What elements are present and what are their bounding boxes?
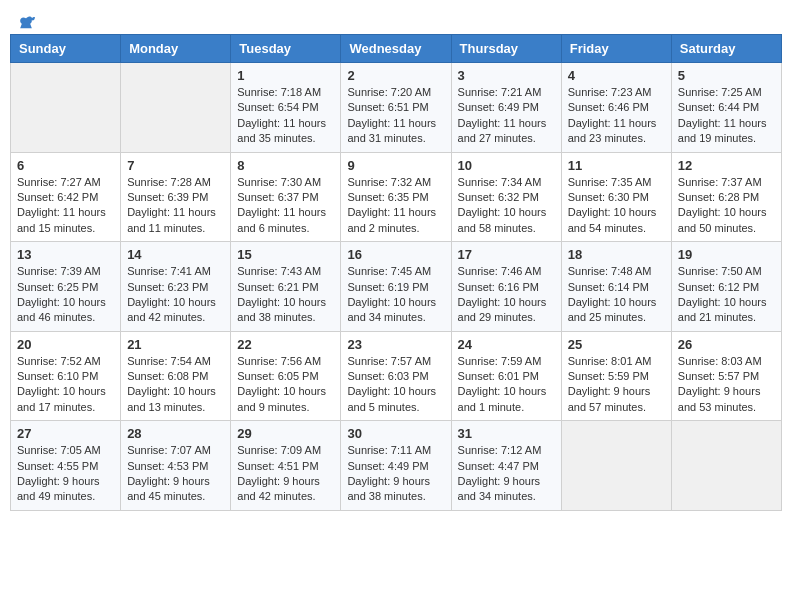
calendar-header-row: SundayMondayTuesdayWednesdayThursdayFrid… <box>11 35 782 63</box>
day-info: Sunrise: 7:34 AM Sunset: 6:32 PM Dayligh… <box>458 175 555 237</box>
day-info: Sunrise: 7:52 AM Sunset: 6:10 PM Dayligh… <box>17 354 114 416</box>
weekday-header-saturday: Saturday <box>671 35 781 63</box>
day-number: 28 <box>127 426 224 441</box>
day-number: 13 <box>17 247 114 262</box>
day-number: 10 <box>458 158 555 173</box>
day-info: Sunrise: 7:27 AM Sunset: 6:42 PM Dayligh… <box>17 175 114 237</box>
calendar-cell: 1Sunrise: 7:18 AM Sunset: 6:54 PM Daylig… <box>231 63 341 153</box>
day-number: 18 <box>568 247 665 262</box>
calendar-cell <box>671 421 781 511</box>
calendar-cell: 31Sunrise: 7:12 AM Sunset: 4:47 PM Dayli… <box>451 421 561 511</box>
calendar-cell: 30Sunrise: 7:11 AM Sunset: 4:49 PM Dayli… <box>341 421 451 511</box>
day-info: Sunrise: 7:56 AM Sunset: 6:05 PM Dayligh… <box>237 354 334 416</box>
calendar-cell: 13Sunrise: 7:39 AM Sunset: 6:25 PM Dayli… <box>11 242 121 332</box>
calendar-cell: 24Sunrise: 7:59 AM Sunset: 6:01 PM Dayli… <box>451 331 561 421</box>
weekday-header-wednesday: Wednesday <box>341 35 451 63</box>
calendar-cell: 25Sunrise: 8:01 AM Sunset: 5:59 PM Dayli… <box>561 331 671 421</box>
day-number: 2 <box>347 68 444 83</box>
day-info: Sunrise: 7:21 AM Sunset: 6:49 PM Dayligh… <box>458 85 555 147</box>
calendar-week-row: 27Sunrise: 7:05 AM Sunset: 4:55 PM Dayli… <box>11 421 782 511</box>
day-number: 12 <box>678 158 775 173</box>
calendar-cell <box>11 63 121 153</box>
day-number: 5 <box>678 68 775 83</box>
logo-bird-icon <box>16 10 36 30</box>
weekday-header-tuesday: Tuesday <box>231 35 341 63</box>
calendar-week-row: 6Sunrise: 7:27 AM Sunset: 6:42 PM Daylig… <box>11 152 782 242</box>
day-info: Sunrise: 7:43 AM Sunset: 6:21 PM Dayligh… <box>237 264 334 326</box>
calendar-cell: 9Sunrise: 7:32 AM Sunset: 6:35 PM Daylig… <box>341 152 451 242</box>
day-info: Sunrise: 7:11 AM Sunset: 4:49 PM Dayligh… <box>347 443 444 505</box>
calendar-cell: 19Sunrise: 7:50 AM Sunset: 6:12 PM Dayli… <box>671 242 781 332</box>
day-number: 25 <box>568 337 665 352</box>
calendar-cell: 15Sunrise: 7:43 AM Sunset: 6:21 PM Dayli… <box>231 242 341 332</box>
day-info: Sunrise: 7:54 AM Sunset: 6:08 PM Dayligh… <box>127 354 224 416</box>
day-number: 7 <box>127 158 224 173</box>
calendar-cell: 8Sunrise: 7:30 AM Sunset: 6:37 PM Daylig… <box>231 152 341 242</box>
day-info: Sunrise: 8:01 AM Sunset: 5:59 PM Dayligh… <box>568 354 665 416</box>
day-info: Sunrise: 7:37 AM Sunset: 6:28 PM Dayligh… <box>678 175 775 237</box>
day-number: 21 <box>127 337 224 352</box>
day-info: Sunrise: 7:57 AM Sunset: 6:03 PM Dayligh… <box>347 354 444 416</box>
weekday-header-thursday: Thursday <box>451 35 561 63</box>
calendar-cell: 20Sunrise: 7:52 AM Sunset: 6:10 PM Dayli… <box>11 331 121 421</box>
weekday-header-monday: Monday <box>121 35 231 63</box>
calendar-cell: 5Sunrise: 7:25 AM Sunset: 6:44 PM Daylig… <box>671 63 781 153</box>
weekday-header-friday: Friday <box>561 35 671 63</box>
day-number: 8 <box>237 158 334 173</box>
calendar-cell: 7Sunrise: 7:28 AM Sunset: 6:39 PM Daylig… <box>121 152 231 242</box>
calendar-week-row: 13Sunrise: 7:39 AM Sunset: 6:25 PM Dayli… <box>11 242 782 332</box>
day-info: Sunrise: 7:32 AM Sunset: 6:35 PM Dayligh… <box>347 175 444 237</box>
day-info: Sunrise: 7:25 AM Sunset: 6:44 PM Dayligh… <box>678 85 775 147</box>
day-info: Sunrise: 8:03 AM Sunset: 5:57 PM Dayligh… <box>678 354 775 416</box>
calendar-cell: 10Sunrise: 7:34 AM Sunset: 6:32 PM Dayli… <box>451 152 561 242</box>
day-info: Sunrise: 7:50 AM Sunset: 6:12 PM Dayligh… <box>678 264 775 326</box>
day-info: Sunrise: 7:59 AM Sunset: 6:01 PM Dayligh… <box>458 354 555 416</box>
day-number: 17 <box>458 247 555 262</box>
calendar-cell: 18Sunrise: 7:48 AM Sunset: 6:14 PM Dayli… <box>561 242 671 332</box>
calendar-cell: 22Sunrise: 7:56 AM Sunset: 6:05 PM Dayli… <box>231 331 341 421</box>
calendar-cell: 23Sunrise: 7:57 AM Sunset: 6:03 PM Dayli… <box>341 331 451 421</box>
day-number: 9 <box>347 158 444 173</box>
day-info: Sunrise: 7:48 AM Sunset: 6:14 PM Dayligh… <box>568 264 665 326</box>
calendar-cell: 16Sunrise: 7:45 AM Sunset: 6:19 PM Dayli… <box>341 242 451 332</box>
day-number: 29 <box>237 426 334 441</box>
day-info: Sunrise: 7:18 AM Sunset: 6:54 PM Dayligh… <box>237 85 334 147</box>
day-info: Sunrise: 7:45 AM Sunset: 6:19 PM Dayligh… <box>347 264 444 326</box>
day-number: 11 <box>568 158 665 173</box>
day-number: 23 <box>347 337 444 352</box>
weekday-header-sunday: Sunday <box>11 35 121 63</box>
day-number: 20 <box>17 337 114 352</box>
calendar-cell: 26Sunrise: 8:03 AM Sunset: 5:57 PM Dayli… <box>671 331 781 421</box>
day-info: Sunrise: 7:39 AM Sunset: 6:25 PM Dayligh… <box>17 264 114 326</box>
calendar-cell: 14Sunrise: 7:41 AM Sunset: 6:23 PM Dayli… <box>121 242 231 332</box>
calendar-cell <box>561 421 671 511</box>
day-number: 26 <box>678 337 775 352</box>
calendar-week-row: 1Sunrise: 7:18 AM Sunset: 6:54 PM Daylig… <box>11 63 782 153</box>
day-number: 27 <box>17 426 114 441</box>
calendar-table: SundayMondayTuesdayWednesdayThursdayFrid… <box>10 34 782 511</box>
calendar-cell: 29Sunrise: 7:09 AM Sunset: 4:51 PM Dayli… <box>231 421 341 511</box>
calendar-week-row: 20Sunrise: 7:52 AM Sunset: 6:10 PM Dayli… <box>11 331 782 421</box>
day-info: Sunrise: 7:09 AM Sunset: 4:51 PM Dayligh… <box>237 443 334 505</box>
calendar-cell: 27Sunrise: 7:05 AM Sunset: 4:55 PM Dayli… <box>11 421 121 511</box>
day-info: Sunrise: 7:35 AM Sunset: 6:30 PM Dayligh… <box>568 175 665 237</box>
day-info: Sunrise: 7:23 AM Sunset: 6:46 PM Dayligh… <box>568 85 665 147</box>
day-number: 24 <box>458 337 555 352</box>
day-number: 31 <box>458 426 555 441</box>
day-number: 19 <box>678 247 775 262</box>
calendar-cell: 2Sunrise: 7:20 AM Sunset: 6:51 PM Daylig… <box>341 63 451 153</box>
day-info: Sunrise: 7:20 AM Sunset: 6:51 PM Dayligh… <box>347 85 444 147</box>
page-header <box>10 10 782 26</box>
day-info: Sunrise: 7:05 AM Sunset: 4:55 PM Dayligh… <box>17 443 114 505</box>
calendar-cell: 11Sunrise: 7:35 AM Sunset: 6:30 PM Dayli… <box>561 152 671 242</box>
calendar-cell: 4Sunrise: 7:23 AM Sunset: 6:46 PM Daylig… <box>561 63 671 153</box>
calendar-cell: 28Sunrise: 7:07 AM Sunset: 4:53 PM Dayli… <box>121 421 231 511</box>
day-number: 1 <box>237 68 334 83</box>
calendar-cell: 17Sunrise: 7:46 AM Sunset: 6:16 PM Dayli… <box>451 242 561 332</box>
day-number: 14 <box>127 247 224 262</box>
day-number: 30 <box>347 426 444 441</box>
day-number: 22 <box>237 337 334 352</box>
day-number: 16 <box>347 247 444 262</box>
day-number: 15 <box>237 247 334 262</box>
calendar-cell: 12Sunrise: 7:37 AM Sunset: 6:28 PM Dayli… <box>671 152 781 242</box>
